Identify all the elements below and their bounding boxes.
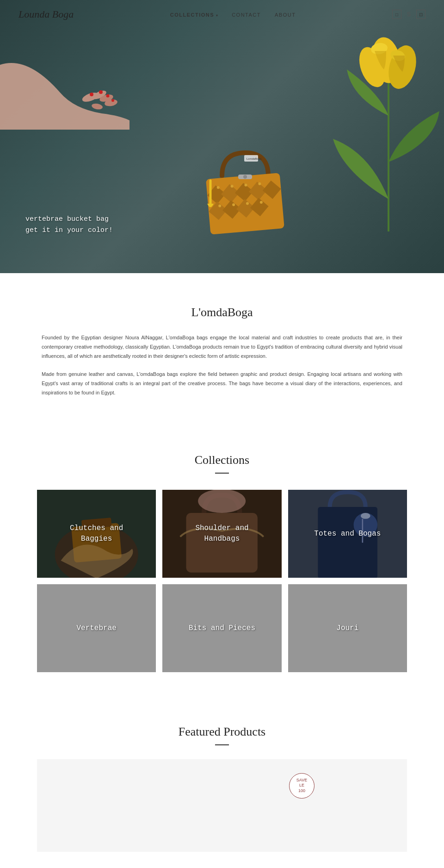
nav-icons: □ S ⊡ [392, 10, 426, 19]
nav-icon-search[interactable]: □ [392, 10, 401, 19]
hero-plant-illustration [305, 23, 444, 231]
card-overlay-clutches: Clutches andBaggies [37, 490, 156, 578]
svg-point-28 [243, 175, 247, 179]
collection-card-clutches[interactable]: Clutches andBaggies [37, 490, 156, 578]
card-label-totes: Totes and Bogas [309, 524, 385, 543]
hand-svg [0, 28, 139, 130]
hero-tagline-line1: vertebrae bucket bag [25, 214, 113, 225]
svg-point-5 [90, 93, 93, 96]
card-overlay-jouri: Jouri [288, 584, 407, 672]
navigation: Lounda Boga COLLECTIONS ▾ CONTACT ABOUT … [0, 0, 444, 29]
site-logo[interactable]: Lounda Boga [18, 8, 74, 20]
card-label-vertebrae: Vertebrae [72, 618, 121, 638]
about-paragraph-1: Founded by the Egyptian designer Noura A… [42, 333, 402, 361]
card-label-clutches: Clutches andBaggies [65, 518, 128, 549]
svg-point-4 [91, 103, 103, 110]
save-badge-line1: SAVE [296, 778, 307, 783]
collection-card-vertebrae[interactable]: Vertebrae [37, 584, 156, 672]
nav-item-contact[interactable]: CONTACT [232, 10, 261, 19]
about-title: L'omdaBoga [42, 306, 402, 319]
hero-tagline: vertebrae bucket bag get it in your colo… [25, 214, 113, 236]
svg-point-8 [111, 99, 114, 102]
about-section: L'omdaBoga Founded by the Egyptian desig… [0, 273, 444, 435]
nav-item-collections[interactable]: COLLECTIONS ▾ [170, 10, 218, 19]
collection-card-shoulder[interactable]: Shoulder andHandbags [162, 490, 281, 578]
nav-link-contact[interactable]: CONTACT [232, 12, 261, 18]
nav-link-collections[interactable]: COLLECTIONS [170, 12, 214, 18]
featured-title: Featured Products [37, 725, 407, 739]
save-badge-line2: LE [299, 783, 304, 788]
svg-point-7 [106, 94, 110, 98]
hero-tagline-line2: get it in your color! [25, 225, 113, 236]
card-overlay-bits: Bits and Pieces [162, 584, 281, 672]
save-badge-line3: 100 [298, 788, 305, 794]
collections-grid: Clutches andBaggies Shoulder andHandbags [37, 490, 407, 672]
card-overlay-totes: Totes and Bogas [288, 490, 407, 578]
svg-text:LomdaBoga: LomdaBoga [247, 157, 262, 160]
nav-link-about[interactable]: ABOUT [275, 12, 296, 18]
save-badge: SAVE LE 100 [289, 773, 314, 799]
collection-card-jouri[interactable]: Jouri [288, 584, 407, 672]
featured-products-area: SAVE LE 100 [37, 759, 407, 852]
hero-section: LomdaBoga vertebrae bucket bag get it in… [0, 0, 444, 273]
card-label-bits: Bits and Pieces [184, 618, 260, 638]
featured-section: Featured Products SAVE LE 100 [0, 702, 444, 866]
plant-svg [305, 23, 444, 231]
nav-icon-cart[interactable]: ⊡ [416, 10, 426, 19]
collections-title: Collections [37, 453, 407, 467]
featured-divider [215, 744, 229, 745]
hero-bag-illustration: LomdaBoga [194, 144, 287, 227]
card-overlay-vertebrae: Vertebrae [37, 584, 156, 672]
collection-card-bits[interactable]: Bits and Pieces [162, 584, 281, 672]
about-paragraph-2: Made from genuine leather and canvas, L'… [42, 370, 402, 397]
collections-section: Collections Clutches andBaggies [0, 435, 444, 702]
nav-links: COLLECTIONS ▾ CONTACT ABOUT [170, 10, 296, 19]
card-label-shoulder: Shoulder andHandbags [191, 518, 253, 549]
hero-hand-illustration [0, 28, 130, 120]
svg-point-6 [99, 90, 103, 94]
nav-item-about[interactable]: ABOUT [275, 10, 296, 19]
collection-card-totes[interactable]: Totes and Bogas [288, 490, 407, 578]
collections-divider [215, 473, 229, 474]
chevron-down-icon: ▾ [216, 13, 218, 18]
card-label-jouri: Jouri [332, 618, 363, 638]
nav-icon-s[interactable]: S [407, 11, 411, 18]
bag-svg: LomdaBoga [194, 144, 296, 236]
card-overlay-shoulder: Shoulder andHandbags [162, 490, 281, 578]
